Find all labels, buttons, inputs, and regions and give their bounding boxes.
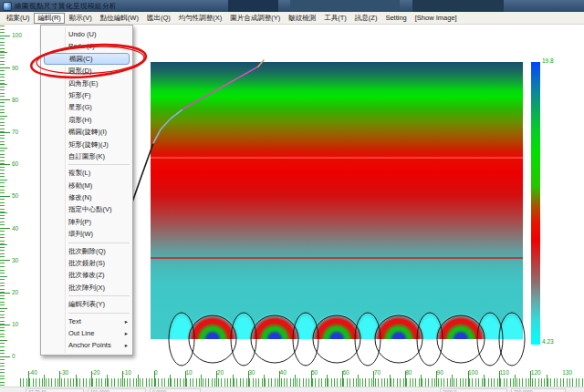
edit-menu-item-1[interactable]: Redo (J) xyxy=(41,40,132,52)
bottom-ruler-label: 30 xyxy=(248,369,255,376)
app-icon xyxy=(3,2,12,11)
left-ruler-label: 60 xyxy=(12,160,18,167)
edit-menu-item-14[interactable]: 修改(N) xyxy=(41,191,132,203)
edit-menu-item-16[interactable]: 陣列(P) xyxy=(41,216,132,228)
edit-menu-item-24[interactable]: 編輯列表(Y) xyxy=(41,298,132,310)
edit-menu-item-20[interactable]: 批次鏡射(S) xyxy=(41,257,132,269)
menubar-item-3[interactable]: 點位編輯(W) xyxy=(97,13,142,24)
edit-menu-item-7[interactable]: 扇形(H) xyxy=(41,114,132,126)
bottom-ruler-label: 50 xyxy=(311,369,318,376)
titlebar-glass-patch xyxy=(412,0,504,12)
bottom-ruler-label: 130 xyxy=(562,369,572,376)
bottom-ruler-label: 80 xyxy=(405,369,412,376)
menubar-item-10[interactable]: Setting xyxy=(381,13,410,23)
bottom-ruler-label: 60 xyxy=(342,369,349,376)
edit-menu-item-15[interactable]: 指定中心點(V) xyxy=(41,203,132,215)
bullseye-spot xyxy=(311,314,362,339)
edit-menu-item-27[interactable]: Out Line▸ xyxy=(41,327,132,339)
edit-menu-item-12[interactable]: 複製(L) xyxy=(41,167,132,179)
menubar-item-4[interactable]: 匯出(Q) xyxy=(143,13,174,24)
left-ruler-label: 30 xyxy=(12,257,18,263)
status-cell: 101.0000 xyxy=(88,388,146,392)
status-cell: 0.0000 xyxy=(150,388,201,392)
ellipse-fill xyxy=(499,313,523,339)
left-ruler-label: 80 xyxy=(12,97,18,103)
bottom-ruler-label: -20 xyxy=(91,369,99,376)
submenu-arrow-icon: ▸ xyxy=(125,339,128,352)
submenu-arrow-icon: ▸ xyxy=(125,327,128,340)
left-ruler-label: 20 xyxy=(12,289,18,295)
edit-menu-item-5[interactable]: 矩形(F) xyxy=(41,89,132,101)
status-cell: 700.0000 xyxy=(511,388,566,392)
edit-menu-item-26[interactable]: Text▸ xyxy=(41,315,132,327)
menubar-item-9[interactable]: 訊息(Z) xyxy=(351,13,381,24)
edit-menu-dropdown: Undo (U)Redo (J)橢圓(C)圓形(D)四角形(E)矩形(F)星形(… xyxy=(40,25,133,356)
menubar-item-11[interactable]: [Show Image] xyxy=(412,13,461,23)
menubar-item-7[interactable]: 皺紋檢測 xyxy=(285,13,319,24)
status-cell: 37.79,40 xyxy=(26,388,84,392)
edit-menu-item-19[interactable]: 批次刪除(Q) xyxy=(41,245,132,257)
left-ruler-label: 100 xyxy=(12,32,22,38)
left-ruler-label: 40 xyxy=(12,225,18,232)
status-bar: 37.79,40101.00000.00002000.0700.0000 xyxy=(0,387,584,392)
status-cell: 2000.0 xyxy=(440,388,507,392)
bottom-ruler-label: 40 xyxy=(280,369,287,376)
highlight-line xyxy=(151,257,523,259)
left-ruler-label: 50 xyxy=(12,192,18,199)
edit-menu-item-17[interactable]: 環列(W) xyxy=(41,228,132,240)
menubar-item-1[interactable]: 編輯(R) xyxy=(34,13,64,24)
bottom-ruler-label: -30 xyxy=(60,369,68,376)
bottom-ruler-label: -10 xyxy=(123,369,131,376)
edit-menu-item-0[interactable]: Undo (U) xyxy=(41,28,132,40)
left-ruler-major-ticks xyxy=(0,36,10,357)
menubar-item-2[interactable]: 顯示(V) xyxy=(66,13,96,24)
window-title: 繪圖視點尺寸質化呈現模組分析 xyxy=(15,2,117,11)
bottom-ruler-label: -40 xyxy=(28,369,36,376)
bottom-ruler-label: 110 xyxy=(499,369,508,376)
bullseye-spot xyxy=(187,314,238,339)
edit-menu-item-9[interactable]: 矩形(旋轉)(J) xyxy=(41,139,132,150)
menu-separator xyxy=(68,164,130,165)
left-ruler-label: 70 xyxy=(12,129,18,135)
bullseye-spot xyxy=(435,314,486,339)
menubar-item-6[interactable]: 圖片合成調整(Y) xyxy=(226,13,284,24)
bullseye-spot xyxy=(373,314,424,339)
left-ruler-label: 0 xyxy=(12,353,16,359)
menubar-item-8[interactable]: 工具(T) xyxy=(320,13,350,24)
bottom-ruler-label: 90 xyxy=(437,369,443,376)
submenu-arrow-icon: ▸ xyxy=(125,315,128,328)
highlight-line xyxy=(151,157,523,159)
edit-menu-item-13[interactable]: 移動(M) xyxy=(41,180,132,191)
edit-menu-item-8[interactable]: 橢圓(旋轉)(I) xyxy=(41,126,132,138)
bullseye-spot xyxy=(249,314,300,339)
titlebar-glass-patch xyxy=(290,0,400,12)
colorbar xyxy=(531,62,540,345)
bottom-ruler-label: 120 xyxy=(531,369,541,376)
edit-menu-item-22[interactable]: 批次陣列(X) xyxy=(41,282,132,294)
edit-menu-item-2[interactable]: 橢圓(C) xyxy=(44,53,130,65)
bottom-ruler-label: 70 xyxy=(374,369,381,376)
edit-menu-item-6[interactable]: 星形(G) xyxy=(41,101,132,113)
title-bar: 繪圖視點尺寸質化呈現模組分析 xyxy=(0,0,584,12)
left-ruler-label: 10 xyxy=(12,321,18,327)
edit-menu-item-4[interactable]: 四角形(E) xyxy=(41,77,132,89)
menu-separator xyxy=(68,295,130,296)
edit-menu-item-10[interactable]: 自訂圖形(K) xyxy=(41,150,132,162)
colorbar-min-label: 4.23 xyxy=(542,338,554,345)
titlebar-glass-patch xyxy=(228,0,278,12)
edit-menu-item-28[interactable]: Anchor Points▸ xyxy=(41,339,132,351)
colorbar-max-label: 19.8 xyxy=(542,57,554,64)
bottom-ruler-label: 20 xyxy=(217,369,224,376)
bottom-ruler-label: 0 xyxy=(154,369,158,376)
menu-separator xyxy=(68,242,130,243)
left-ruler-label: 90 xyxy=(12,65,18,71)
bottom-ruler-label: 100 xyxy=(468,369,478,376)
menubar-item-0[interactable]: 檔案(U) xyxy=(3,13,33,24)
heatmap-canvas[interactable] xyxy=(151,62,523,339)
edit-menu-item-21[interactable]: 批次修改(Z) xyxy=(41,269,132,281)
menu-bar: 檔案(U)編輯(R)顯示(V)點位編輯(W)匯出(Q)均勻性調整(X)圖片合成調… xyxy=(0,12,584,25)
menubar-item-5[interactable]: 均勻性調整(X) xyxy=(175,13,226,24)
edit-menu-item-3[interactable]: 圓形(D) xyxy=(41,65,132,77)
bottom-ruler-label: 10 xyxy=(185,369,192,376)
app-window: 繪圖視點尺寸質化呈現模組分析 檔案(U)編輯(R)顯示(V)點位編輯(W)匯出(… xyxy=(0,0,584,392)
